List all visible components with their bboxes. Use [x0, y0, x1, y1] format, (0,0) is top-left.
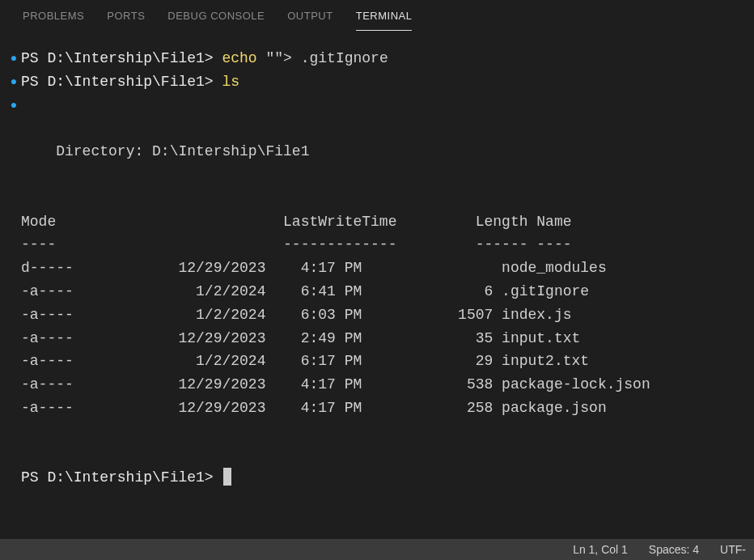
prompt-path: PS D:\Intership\File1> — [21, 50, 214, 66]
panel-tabs: PROBLEMS PORTS DEBUG CONSOLE OUTPUT TERM… — [0, 0, 754, 31]
command-args: ""> .gitIgnore — [265, 50, 388, 66]
command-text: ls — [222, 74, 239, 90]
status-encoding[interactable]: UTF- — [720, 543, 746, 556]
tab-debug-console[interactable]: DEBUG CONSOLE — [167, 10, 265, 31]
tab-terminal[interactable]: TERMINAL — [356, 10, 413, 31]
prompt-bullet-icon: ● — [6, 49, 21, 67]
status-ln-col[interactable]: Ln 1, Col 1 — [573, 543, 628, 556]
tab-problems[interactable]: PROBLEMS — [23, 10, 84, 31]
prompt-path: PS D:\Intership\File1> — [21, 74, 214, 90]
terminal-view[interactable]: ●PS D:\Intership\File1> echo ""> .gitIgn… — [0, 31, 754, 539]
prompt-path: PS D:\Intership\File1> — [21, 469, 214, 486]
status-spaces[interactable]: Spaces: 4 — [649, 543, 699, 556]
prompt-bullet-icon: ● — [6, 96, 21, 114]
directory-label: Directory: D:\Intership\File1 — [56, 143, 309, 159]
command-text: echo — [222, 50, 256, 66]
cursor — [223, 468, 231, 486]
prompt-bullet-icon: ● — [6, 73, 21, 91]
tab-output[interactable]: OUTPUT — [287, 10, 333, 31]
tab-ports[interactable]: PORTS — [107, 10, 145, 31]
status-bar: Ln 1, Col 1 Spaces: 4 UTF- — [0, 539, 754, 560]
